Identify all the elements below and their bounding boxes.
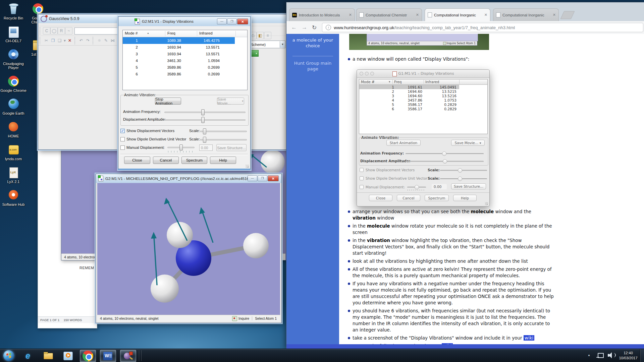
rgroup-fragment-icon[interactable]: R [58, 27, 65, 35]
toolbar-grip[interactable] [40, 27, 42, 35]
vibration-mode-row[interactable]: 6 3589.86 0.2699 [123, 71, 247, 77]
dialog-titlebar[interactable]: G2:M1:V1 - Display Vibrations — ❐ ✕ [118, 17, 250, 26]
toolbar-grip[interactable] [40, 37, 42, 44]
desktop-icon[interactable]: Google Chrome [0, 75, 26, 93]
tray-expand-icon[interactable]: ▲ [588, 354, 590, 357]
menu-item[interactable] [48, 23, 54, 26]
stop-animation-button[interactable]: Stop Animation [155, 98, 181, 105]
desktop-icon[interactable]: Cloudpaging Player [0, 48, 26, 70]
browser-tab-2[interactable]: Computational Chemistr ✕ [356, 8, 422, 21]
taskbar-chrome[interactable] [80, 350, 96, 362]
animation-frequency-slider[interactable] [164, 112, 246, 113]
symmetry-icon[interactable]: ⋈ [109, 37, 116, 44]
copy-icon[interactable]: ❐ [50, 37, 56, 44]
column-header-freq[interactable]: Freq [167, 31, 175, 35]
hydrogen-atom[interactable] [151, 275, 179, 303]
start-button[interactable] [3, 350, 14, 361]
desktop-icon[interactable]: lynda.com [0, 143, 26, 161]
paste-icon[interactable]: ❑ [56, 37, 63, 44]
vibration-mode-row[interactable]: 5 3589.86 0.2699 [123, 64, 247, 71]
molecule-window-titlebar[interactable]: G2:M1:V1 - MICHELLESIMON_NH3_OPT_FPOP.LO… [96, 174, 281, 183]
redo-icon[interactable]: ↷ [85, 37, 91, 44]
manual-displacement-field[interactable]: 0.00 [199, 144, 213, 151]
column-header-infrared[interactable]: Infrared [199, 31, 213, 35]
forward-icon[interactable]: → [302, 24, 307, 31]
sidebar-link-molecule-choice[interactable]: a molecule of your choice [289, 37, 336, 49]
word-page-status[interactable]: PAGE 1 OF 1 [40, 318, 59, 322]
show-desktop-button[interactable] [640, 349, 644, 362]
omnibox[interactable]: i www.huntresearchgroup.org.uk/teaching/… [322, 23, 643, 32]
vibration-mode-row[interactable]: 4 3461.30 1.0594 [123, 57, 247, 64]
menu-item[interactable] [78, 23, 84, 26]
resize-grip[interactable] [246, 165, 249, 168]
vibration-mode-row[interactable]: 1 1089.38 145.4275 [123, 37, 247, 44]
desktop-icon[interactable]: HOME [0, 121, 26, 138]
element-fragment-icon[interactable]: C [43, 27, 50, 35]
menu-item[interactable] [66, 23, 72, 26]
restore-button[interactable]: ❐ [227, 18, 237, 24]
save-structure-button[interactable]: Save Structure... [216, 144, 247, 151]
clean-icon[interactable]: ⌾ [96, 37, 103, 44]
taskbar-internet-explorer[interactable]: e [20, 350, 36, 361]
back-icon[interactable]: ← [291, 24, 297, 31]
color-palette-icon[interactable]: ◧ [257, 32, 264, 39]
vector-scale-slider-1[interactable] [200, 131, 247, 132]
taskbar-word[interactable]: W [100, 350, 116, 362]
close-dialog-button[interactable]: Close [124, 157, 150, 164]
wiki-link[interactable]: wiki [524, 335, 534, 341]
list-view-icon[interactable]: ≡ [264, 32, 271, 39]
rebond-icon[interactable]: ✎ [103, 37, 109, 44]
paste-dropdown-icon[interactable]: ▾ [63, 37, 66, 44]
displacement-amplitude-slider[interactable] [164, 119, 246, 121]
browser-tab-4[interactable]: Computational Inorganic ✕ [493, 8, 559, 21]
close-button[interactable]: ✕ [268, 175, 279, 181]
taskbar-clock[interactable]: 12:40 10/03/2017 [618, 351, 639, 361]
animation-frequency-thumb[interactable] [201, 109, 205, 115]
displacement-amplitude-thumb[interactable] [201, 117, 205, 123]
menu-item[interactable] [72, 23, 78, 26]
molecule-viewport[interactable] [97, 183, 280, 315]
restore-button[interactable]: ❐ [258, 175, 267, 181]
taskbar-media-player[interactable] [60, 350, 76, 361]
menu-item[interactable] [60, 23, 66, 26]
manual-displacement-thumb[interactable] [179, 144, 183, 150]
desktop-icon[interactable]: Recycle Bin [0, 3, 26, 20]
vibration-table-header[interactable]: Mode # ▲ Freq Infrared [123, 30, 247, 37]
desktop-icon[interactable]: LyX 2.1 [0, 166, 26, 184]
vector-scale-slider-2[interactable] [200, 139, 247, 140]
reload-icon[interactable]: ↻ [312, 24, 317, 31]
green-combo-button[interactable]: ▼ [249, 50, 259, 57]
browser-tab-1[interactable]: Bb Introduction to Molecula ✕ [289, 8, 355, 21]
tab-close-icon[interactable]: ✕ [484, 13, 487, 17]
page-info-icon[interactable]: i [326, 25, 331, 30]
vector-scale-thumb-2[interactable] [203, 137, 206, 143]
taskbar-windows-explorer[interactable] [40, 350, 56, 361]
biological-fragment-icon[interactable]: ~ [65, 27, 72, 35]
undo-icon[interactable]: ↶ [78, 37, 85, 44]
desktop-icon[interactable]: Google Earth [0, 98, 26, 115]
help-button[interactable]: Help [210, 157, 236, 164]
column-separator[interactable] [235, 31, 236, 36]
taskbar-gaussview[interactable] [120, 350, 136, 362]
ring-fragment-icon[interactable]: ◯ [50, 27, 58, 35]
cancel-button[interactable]: Cancel [153, 157, 179, 164]
tab-close-icon[interactable]: ✕ [349, 13, 352, 17]
menu-item[interactable] [54, 23, 60, 26]
show-dipole-checkbox[interactable] [120, 137, 125, 141]
word-word-count[interactable]: 150 WORDS [63, 318, 82, 322]
vibration-mode-row[interactable]: 3 1693.94 13.5571 [123, 51, 247, 57]
tab-close-icon[interactable]: ✕ [553, 13, 556, 17]
column-header-mode[interactable]: Mode # [125, 31, 138, 35]
scheme-dropdown[interactable]: Scheme) ▼ [249, 41, 285, 48]
browser-tab-3-active[interactable]: Computational Inorganic ✕ [425, 8, 490, 21]
column-separator[interactable] [165, 31, 165, 36]
column-separator[interactable] [197, 31, 197, 36]
scheme-dropdown-arrow-icon[interactable]: ▼ [280, 41, 285, 48]
vibration-mode-table[interactable]: Mode # ▲ Freq Infrared 1 1089.38 145.427… [122, 30, 248, 90]
minimize-button[interactable]: — [248, 175, 257, 181]
spectrum-button[interactable]: Spectrum [181, 157, 207, 164]
delete-icon[interactable]: ✕ [66, 37, 73, 44]
minimize-button[interactable]: — [217, 18, 227, 24]
desktop-icon[interactable]: Software Hub [0, 189, 26, 206]
save-movie-button[interactable]: Save Movie...▼ [217, 98, 244, 105]
